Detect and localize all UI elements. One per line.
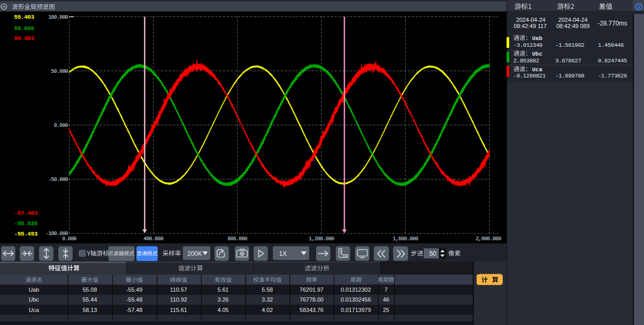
svg-text:-0.1260821: -0.1260821 — [513, 73, 546, 79]
svg-text:1,200.000: 1,200.000 — [309, 236, 334, 242]
svg-text:08:42:49 089: 08:42:49 089 — [556, 23, 589, 29]
svg-text:-3.012349: -3.012349 — [513, 42, 542, 48]
svg-text:-1.561902: -1.561902 — [555, 42, 585, 48]
svg-text:0.8247445: 0.8247445 — [598, 58, 627, 64]
svg-text:50.000: 50.000 — [51, 69, 68, 74]
svg-text:-57.483: -57.483 — [14, 210, 37, 216]
svg-text:-55.535: -55.535 — [14, 220, 37, 227]
svg-text:Uab: Uab — [532, 35, 542, 42]
svg-text:76201.97: 76201.97 — [300, 287, 324, 293]
svg-text:4.02: 4.02 — [262, 307, 273, 313]
svg-text:-55.49: -55.49 — [126, 287, 142, 293]
svg-text:Ubc: Ubc — [532, 51, 542, 57]
svg-text:55.850: 55.850 — [14, 25, 34, 32]
svg-text:0.01302456: 0.01302456 — [340, 296, 371, 303]
svg-text:-1.773626: -1.773626 — [598, 73, 627, 79]
svg-text:55.08: 55.08 — [83, 287, 97, 293]
svg-text:76778.00: 76778.00 — [300, 296, 324, 303]
svg-text:46: 46 — [383, 296, 389, 303]
svg-text:-55.493: -55.493 — [14, 230, 37, 237]
svg-text:Uca: Uca — [29, 307, 39, 313]
svg-text:58.583: 58.583 — [14, 35, 34, 42]
svg-text:08:42:49 117: 08:42:49 117 — [514, 23, 547, 29]
svg-text:2024-04-24: 2024-04-24 — [558, 17, 587, 23]
svg-text:3.678627: 3.678627 — [555, 58, 582, 64]
svg-text:7: 7 — [384, 287, 387, 293]
svg-text:0.01713979: 0.01713979 — [340, 307, 371, 313]
svg-text:Uab: Uab — [29, 287, 39, 293]
svg-text:-55.48: -55.48 — [126, 296, 142, 303]
svg-text:-1.899708: -1.899708 — [555, 73, 585, 79]
svg-text:1,600.000: 1,600.000 — [393, 236, 418, 242]
svg-text:400.000: 400.000 — [143, 236, 163, 242]
svg-text:1.450446: 1.450446 — [598, 42, 624, 48]
svg-text:50: 50 — [430, 250, 437, 257]
svg-text:58.13: 58.13 — [83, 307, 97, 313]
svg-text:0.000: 0.000 — [54, 123, 68, 128]
svg-text:Uca: Uca — [532, 67, 542, 73]
svg-text:3.26: 3.26 — [218, 296, 229, 303]
svg-text:0.000: 0.000 — [62, 236, 77, 242]
svg-text:55.403: 55.403 — [14, 14, 34, 20]
svg-text:3.32: 3.32 — [262, 296, 273, 303]
svg-text:200K: 200K — [187, 250, 202, 257]
svg-text:2,000.000: 2,000.000 — [476, 236, 501, 242]
svg-text:58343.76: 58343.76 — [300, 307, 324, 313]
svg-text:0.01312302: 0.01312302 — [340, 287, 371, 293]
svg-text:110.92: 110.92 — [170, 296, 187, 303]
svg-text:100.000: 100.000 — [48, 15, 68, 20]
svg-text:110.57: 110.57 — [170, 287, 187, 293]
svg-text:Ubc: Ubc — [29, 296, 39, 303]
svg-text:2024-04-24: 2024-04-24 — [516, 17, 545, 23]
svg-text:4.05: 4.05 — [218, 307, 229, 313]
svg-text:55.44: 55.44 — [83, 296, 97, 303]
svg-text:1X: 1X — [279, 250, 287, 257]
svg-text:5.58: 5.58 — [262, 287, 273, 293]
svg-text:-57.48: -57.48 — [126, 307, 142, 313]
svg-text:-50.000: -50.000 — [48, 177, 68, 183]
svg-text:5.61: 5.61 — [218, 287, 229, 293]
svg-text:-28.770ms: -28.770ms — [598, 20, 627, 27]
svg-text:800.000: 800.000 — [228, 236, 247, 242]
svg-text:25: 25 — [383, 307, 389, 313]
svg-text:115.61: 115.61 — [170, 307, 187, 313]
svg-text:2.853882: 2.853882 — [513, 58, 539, 64]
